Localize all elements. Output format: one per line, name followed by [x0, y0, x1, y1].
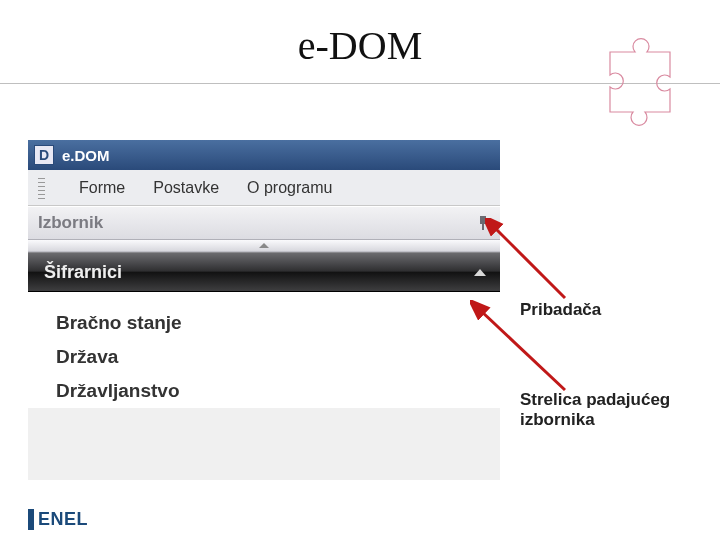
callout-pin: Pribadača: [520, 300, 601, 320]
nav-item-drzavljanstvo[interactable]: Državljanstvo: [56, 374, 500, 408]
callout-dropdown: Strelica padajućeg izbornika: [520, 390, 700, 430]
chevron-up-icon: [259, 243, 269, 248]
menu-postavke[interactable]: Postavke: [153, 179, 219, 197]
slide-title: e-DOM: [0, 0, 720, 83]
panel-header: Izbornik: [28, 206, 500, 240]
collapse-strip[interactable]: [28, 240, 500, 252]
svg-line-0: [493, 226, 565, 298]
app-title: e.DOM: [62, 147, 110, 164]
nav-item-drzava[interactable]: Država: [56, 340, 500, 374]
menubar: Forme Postavke O programu: [28, 170, 500, 206]
menu-forme[interactable]: Forme: [79, 179, 125, 197]
divider: [0, 83, 720, 84]
nav-item-bracno-stanje[interactable]: Bračno stanje: [56, 306, 500, 340]
nav-body: Bračno stanje Država Državljanstvo: [28, 292, 500, 408]
toolbar-grip-icon: [38, 177, 45, 199]
pin-icon[interactable]: [476, 216, 490, 230]
app-window: D e.DOM Forme Postavke O programu Izborn…: [28, 140, 500, 480]
titlebar: D e.DOM: [28, 140, 500, 170]
category-header[interactable]: Šifrarnici: [28, 252, 500, 292]
app-icon: D: [34, 145, 54, 165]
category-title: Šifrarnici: [44, 262, 122, 283]
footer-logo: ENEL: [28, 509, 88, 530]
chevron-up-icon: [474, 269, 486, 276]
menu-o-programu[interactable]: O programu: [247, 179, 332, 197]
panel-title: Izbornik: [38, 213, 103, 233]
